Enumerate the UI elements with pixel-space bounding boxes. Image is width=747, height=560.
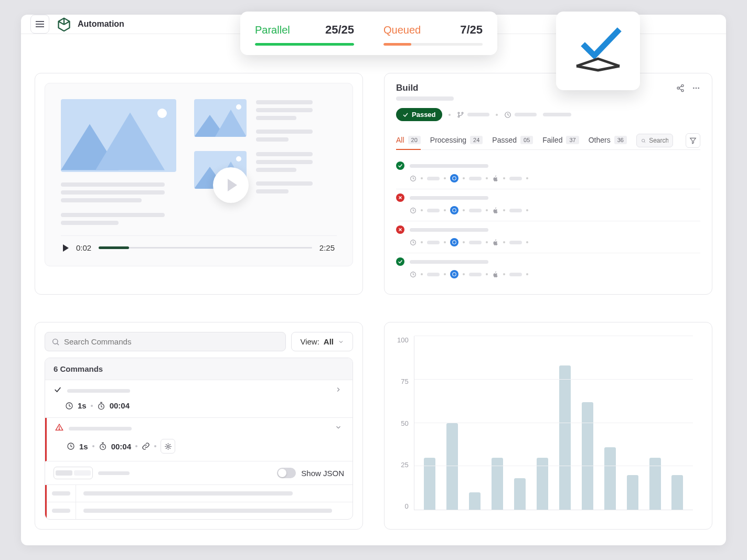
build-subtitle-skeleton xyxy=(396,96,454,101)
play-button[interactable] xyxy=(213,167,249,203)
test-row[interactable] xyxy=(396,189,700,221)
apple-icon xyxy=(492,239,499,246)
tab-processing[interactable]: Processing24 xyxy=(430,132,483,149)
fail-icon xyxy=(396,193,404,202)
command-details-table xyxy=(45,485,353,519)
clock-icon xyxy=(410,239,417,246)
svg-point-8 xyxy=(681,90,684,92)
chart-bar xyxy=(469,492,481,510)
chart-bar xyxy=(604,447,616,510)
brand-logo xyxy=(57,17,71,31)
chart-plot xyxy=(414,336,693,510)
tab-others[interactable]: Others36 xyxy=(589,132,627,149)
test-row[interactable] xyxy=(396,253,700,285)
test-list xyxy=(396,157,700,285)
build-panel: Build Passed xyxy=(384,73,712,295)
test-row[interactable] xyxy=(396,157,700,189)
chart-bar xyxy=(559,365,571,510)
chart-y-axis: 1007550250 xyxy=(397,336,414,510)
tests-search-input[interactable] xyxy=(649,137,668,144)
clock-icon xyxy=(65,402,73,410)
more-button[interactable] xyxy=(692,84,700,92)
chart-bar xyxy=(627,475,638,510)
build-tabs: All20Processing24Passed05Failed37Others3… xyxy=(396,132,700,150)
chart-bar xyxy=(582,402,593,510)
video-seek-track[interactable] xyxy=(99,247,312,249)
commands-panel: View: All 6 Commands 1s xyxy=(35,322,363,530)
menu-button[interactable] xyxy=(30,15,49,34)
svg-line-19 xyxy=(644,142,645,143)
video-thumbnail-large xyxy=(61,99,176,172)
video-current-time: 0:02 xyxy=(76,243,91,252)
chart-panel: 1007550250 xyxy=(384,322,712,530)
svg-marker-20 xyxy=(690,138,696,144)
clock-icon xyxy=(67,442,75,450)
commands-search-input[interactable] xyxy=(64,337,279,346)
video-panel: 0:02 2:25 xyxy=(35,73,363,295)
clock-icon xyxy=(410,175,417,182)
main-content: 0:02 2:25 Build xyxy=(21,34,726,545)
debug-button[interactable] xyxy=(161,439,175,454)
search-icon xyxy=(641,137,646,144)
svg-point-7 xyxy=(677,87,679,89)
app-title: Automation xyxy=(78,19,124,29)
tab-passed[interactable]: Passed05 xyxy=(492,132,533,149)
build-title: Build xyxy=(396,83,419,93)
clock-icon xyxy=(410,207,417,214)
segmented-control[interactable] xyxy=(54,467,93,479)
browser-icon xyxy=(450,238,458,246)
share-button[interactable] xyxy=(676,84,685,92)
svg-point-30 xyxy=(453,241,456,244)
view-dropdown[interactable]: View: All xyxy=(291,332,353,351)
json-toggle-row: Show JSON xyxy=(45,461,353,485)
svg-line-34 xyxy=(57,343,59,345)
status-parallel-value: 25/25 xyxy=(325,23,354,37)
command-item[interactable]: 1s 00:04 xyxy=(45,380,353,418)
commands-count: 6 Commands xyxy=(45,358,353,380)
tab-failed[interactable]: Failed37 xyxy=(542,132,579,149)
stopwatch-icon xyxy=(99,442,107,450)
video-thumbnail-small xyxy=(194,99,247,137)
expand-button[interactable] xyxy=(335,386,344,395)
svg-line-9 xyxy=(679,86,682,88)
svg-point-6 xyxy=(681,84,684,87)
pass-icon xyxy=(396,161,404,170)
svg-point-12 xyxy=(696,88,697,89)
link-icon[interactable] xyxy=(142,442,150,450)
apple-icon xyxy=(492,207,499,214)
filter-icon xyxy=(689,137,697,144)
test-row[interactable] xyxy=(396,221,700,253)
chart-bar xyxy=(446,423,458,510)
build-meta xyxy=(457,111,489,119)
svg-point-14 xyxy=(458,112,460,114)
collapse-button[interactable] xyxy=(335,424,344,433)
status-card: Parallel 25/25 Queued 7/25 xyxy=(240,12,497,55)
clock-icon xyxy=(410,271,417,278)
show-json-label: Show JSON xyxy=(301,469,344,478)
status-parallel-bar xyxy=(255,43,354,46)
svg-line-51 xyxy=(169,448,170,449)
stopwatch-icon xyxy=(97,402,105,410)
svg-line-50 xyxy=(166,444,167,445)
status-queued-value: 7/25 xyxy=(460,23,483,37)
svg-marker-3 xyxy=(215,110,247,137)
video-play-button[interactable] xyxy=(63,244,69,252)
status-parallel: Parallel 25/25 xyxy=(255,23,354,46)
svg-point-33 xyxy=(53,339,58,343)
svg-point-45 xyxy=(167,445,169,447)
filter-button[interactable] xyxy=(686,133,700,148)
svg-point-18 xyxy=(642,139,644,142)
svg-marker-1 xyxy=(95,113,165,170)
command-item[interactable]: 1s 00:04 xyxy=(45,418,353,461)
play-icon xyxy=(228,179,237,191)
show-json-toggle[interactable] xyxy=(277,468,296,478)
svg-point-13 xyxy=(698,88,699,89)
tab-all[interactable]: All20 xyxy=(396,132,421,150)
status-queued: Queued 7/25 xyxy=(383,23,483,46)
commands-search[interactable] xyxy=(45,332,286,351)
tests-search[interactable] xyxy=(636,134,673,147)
chevron-down-icon xyxy=(338,339,344,345)
svg-line-10 xyxy=(679,89,682,90)
video-controls: 0:02 2:25 xyxy=(61,235,337,256)
hamburger-icon xyxy=(36,21,44,27)
